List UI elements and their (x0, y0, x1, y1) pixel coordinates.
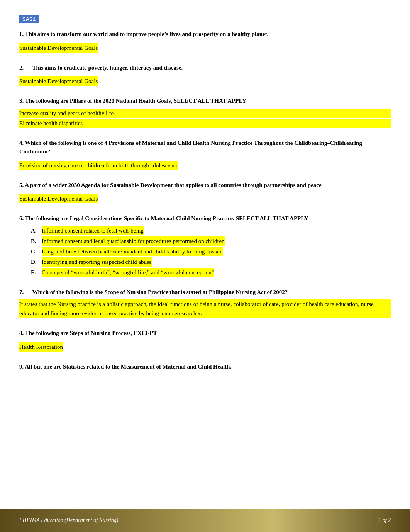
q2-body: This aims to eradicate poverty, hunger, … (32, 65, 183, 71)
q3-text: 3. The following are Pillars of the 2020… (19, 97, 391, 105)
q8-number: 8. (19, 330, 24, 336)
question-6: 6. The following are Legal Consideration… (19, 214, 391, 277)
q6-answer-e: E. Concepts of “wrongful birth”, “wrongf… (31, 268, 391, 277)
footer-page: 1 of 2 (378, 517, 391, 524)
question-9: 9. All but one are Statistics related to… (19, 362, 391, 371)
q3-body: The following are Pillars of the 2020 Na… (25, 98, 246, 104)
q1-number: 1. (19, 31, 24, 37)
q5-text: 5. A part of a wider 2030 Agenda for Sus… (19, 181, 391, 190)
q6-answer-a: A. Informed consent related to fetal wel… (31, 226, 391, 235)
question-2: 2. This aims to eradicate poverty, hunge… (19, 63, 391, 86)
q6-body: The following are Legal Considerations S… (25, 215, 308, 221)
q7-answer: It states that the Nursing practice is a… (19, 299, 391, 318)
q1-answer: Sustainable Developmental Goals (19, 43, 98, 53)
sas-badge: SAS1 (19, 15, 39, 23)
q6-text-c: Length of time between healthcare incide… (42, 247, 223, 256)
q8-answer: Health Restoration (19, 342, 63, 352)
q8-text: 8. The following are Steps of Nursing Pr… (19, 329, 391, 338)
q3-answer-2: Eliminate health disparities (19, 119, 391, 128)
q2-text: 2. This aims to eradicate poverty, hunge… (19, 63, 391, 72)
q8-body: The following are Steps of Nursing Proce… (25, 330, 157, 336)
q1-text: 1. This aims to transform our world and … (19, 30, 391, 39)
page-container: SAS1 1. This aims to transform our world… (0, 0, 410, 532)
q9-text: 9. All but one are Statistics related to… (19, 362, 391, 371)
q5-number: 5. (19, 182, 24, 188)
q6-answer-d: D. Identifying and reporting suspected c… (31, 257, 391, 267)
question-7: 7. Which of the following is the Scope o… (19, 288, 391, 318)
q7-text: 7. Which of the following is the Scope o… (19, 288, 391, 297)
q6-answer-b: B. Informed consent and legal guardiansh… (31, 236, 391, 246)
q7-number: 7. (19, 289, 24, 295)
q7-body: Which of the following is the Scope of N… (32, 289, 288, 295)
q5-answer: Sustainable Developmental Goals (19, 194, 98, 203)
q6-label-e: E. (31, 268, 42, 277)
q6-label-d: D. (31, 257, 42, 267)
q6-label-b: B. (31, 236, 42, 246)
q4-number: 4. (19, 140, 24, 146)
question-1: 1. This aims to transform our world and … (19, 30, 391, 53)
question-5: 5. A part of a wider 2030 Agenda for Sus… (19, 181, 391, 204)
q5-body: A part of a wider 2030 Agenda for Sustai… (25, 182, 321, 188)
q2-number: 2. (19, 65, 24, 71)
q9-body: All but one are Statistics related to th… (25, 364, 231, 370)
q6-text: 6. The following are Legal Consideration… (19, 214, 391, 223)
footer-left: PHINMA Education (Department of Nursing) (19, 517, 118, 524)
q3-answer-1: Increase quality and years of healthy li… (19, 109, 391, 118)
q4-text: 4. Which of the following is one of 4 Pr… (19, 139, 391, 156)
q9-number: 9. (19, 364, 24, 370)
question-8: 8. The following are Steps of Nursing Pr… (19, 329, 391, 352)
q3-number: 3. (19, 98, 24, 104)
question-3: 3. The following are Pillars of the 2020… (19, 97, 391, 128)
q6-number: 6. (19, 215, 24, 221)
q4-answer: Provision of nursing care of children fr… (19, 161, 178, 170)
q6-text-a: Informed consent related to fetal well-b… (42, 226, 144, 235)
q2-answer: Sustainable Developmental Goals (19, 76, 98, 86)
q6-text-e: Concepts of “wrongful birth”, “wrongful … (42, 268, 214, 277)
q1-body: This aims to transform our world and to … (25, 31, 269, 37)
q6-text-d: Identifying and reporting suspected chil… (42, 257, 152, 267)
footer: PHINMA Education (Department of Nursing)… (0, 509, 410, 532)
q6-label-c: C. (31, 247, 42, 256)
q4-body: Which of the following is one of 4 Provi… (19, 140, 362, 155)
q6-answer-c: C. Length of time between healthcare inc… (31, 247, 391, 256)
question-4: 4. Which of the following is one of 4 Pr… (19, 139, 391, 170)
q6-text-b: Informed consent and legal guardianship … (42, 236, 225, 246)
q6-label-a: A. (31, 226, 42, 235)
